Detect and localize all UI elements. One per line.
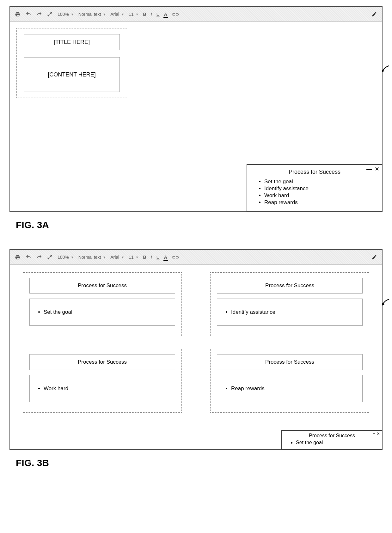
slide-content[interactable]: Work hard: [29, 375, 175, 402]
edit-pencil-icon[interactable]: [371, 11, 377, 17]
font-size-select[interactable]: 11▼: [129, 255, 138, 260]
text-color-button[interactable]: A: [164, 255, 167, 260]
print-icon[interactable]: [15, 254, 21, 260]
close-icon[interactable]: ✕: [375, 166, 379, 172]
redo-icon[interactable]: [36, 254, 42, 260]
chevron-down-icon: ▼: [103, 13, 106, 16]
editor-window-b: 100%▼ Normal text▼ Arial▼ 11▼ B I U A ⊂⊃…: [9, 249, 383, 450]
generated-slide-4[interactable]: Process for Success Reap rewards: [210, 349, 369, 413]
popup-list: Set the goal: [285, 440, 379, 445]
font-size-value: 11: [129, 12, 134, 17]
popup-list-item: Reap rewards: [264, 199, 377, 206]
maximize-icon[interactable]: +: [373, 432, 375, 436]
minimize-icon[interactable]: —: [366, 166, 372, 172]
font-select[interactable]: Arial ▼: [110, 12, 124, 17]
figure-3b: 100%▼ Normal text▼ Arial▼ 11▼ B I U A ⊂⊃…: [9, 249, 383, 450]
popup-list-item: Work hard: [264, 192, 377, 199]
underline-button[interactable]: U: [156, 255, 160, 260]
underline-button[interactable]: U: [156, 12, 160, 17]
source-content-popup[interactable]: — ✕ Process for Success Set the goal Ide…: [247, 164, 383, 212]
popup-list-item: Set the goal: [264, 179, 377, 185]
undo-icon[interactable]: [25, 11, 32, 17]
generated-slide-2[interactable]: Process for Success Identify assistance: [210, 272, 369, 336]
bold-button[interactable]: B: [143, 12, 146, 17]
editor-window-a: 100% ▼ Normal text ▼ Arial ▼ 11 ▼ B I U: [9, 6, 383, 212]
generated-slide-1[interactable]: Process for Success Set the goal: [23, 272, 182, 336]
paragraph-style-select[interactable]: Normal text▼: [78, 255, 106, 260]
close-icon[interactable]: ✕: [377, 432, 380, 436]
canvas-a: [TITLE HERE] [CONTENT HERE] — ✕ Process …: [10, 22, 382, 211]
undo-icon[interactable]: [25, 254, 32, 260]
paragraph-style-select[interactable]: Normal text ▼: [78, 12, 106, 17]
canvas-b: Process for Success Set the goal Process…: [10, 265, 382, 449]
slide-content[interactable]: Identify assistance: [217, 299, 363, 326]
italic-button[interactable]: I: [151, 255, 152, 260]
figure-label-3b: FIG. 3B: [16, 457, 383, 468]
insert-link-button[interactable]: ⊂⊃: [172, 12, 179, 17]
popup-list-item: Identify assistance: [264, 185, 377, 192]
generated-slide-3[interactable]: Process for Success Work hard: [23, 349, 182, 413]
popup-title: Process for Success: [252, 169, 377, 175]
content-placeholder[interactable]: [CONTENT HERE]: [24, 57, 120, 92]
popup-title: Process for Success: [285, 433, 379, 439]
slide-title[interactable]: Process for Success: [29, 354, 175, 370]
chevron-down-icon: ▼: [121, 13, 124, 16]
chevron-down-icon: ▼: [136, 13, 139, 16]
figure-3a: 100% ▼ Normal text ▼ Arial ▼ 11 ▼ B I U: [9, 6, 383, 212]
insert-link-button[interactable]: ⊂⊃: [172, 255, 179, 260]
slide-title[interactable]: Process for Success: [217, 278, 363, 294]
text-color-button[interactable]: A: [164, 12, 167, 17]
zoom-select[interactable]: 100%▼: [58, 255, 74, 260]
zoom-value: 100%: [58, 12, 69, 17]
popup-list-item: Set the goal: [296, 440, 379, 445]
italic-button[interactable]: I: [151, 12, 152, 17]
edit-pencil-icon[interactable]: [371, 254, 377, 260]
slide-grid: Process for Success Set the goal Process…: [23, 272, 369, 413]
toolbar: 100% ▼ Normal text ▼ Arial ▼ 11 ▼ B I U: [10, 7, 382, 22]
slide-content[interactable]: Set the goal: [29, 299, 175, 326]
font-value: Arial: [110, 12, 119, 17]
paragraph-style-value: Normal text: [78, 12, 101, 17]
chevron-down-icon: ▼: [71, 256, 74, 259]
print-icon[interactable]: [15, 11, 21, 17]
chevron-down-icon: ▼: [136, 256, 139, 259]
figure-label-3a: FIG. 3A: [16, 220, 383, 230]
reference-callout-320: 320: [382, 297, 392, 306]
slide-content[interactable]: Reap rewards: [217, 375, 363, 402]
slide-title[interactable]: Process for Success: [29, 278, 175, 294]
bold-button[interactable]: B: [143, 255, 146, 260]
chevron-down-icon: ▼: [103, 256, 106, 259]
paint-format-icon[interactable]: [47, 11, 53, 17]
paint-format-icon[interactable]: [47, 254, 53, 260]
font-select[interactable]: Arial▼: [110, 255, 124, 260]
zoom-select[interactable]: 100% ▼: [58, 12, 74, 17]
popup-list: Set the goal Identify assistance Work ha…: [252, 179, 377, 206]
chevron-down-icon: ▼: [121, 256, 124, 259]
slide-template[interactable]: [TITLE HERE] [CONTENT HERE]: [16, 28, 127, 98]
chevron-down-icon: ▼: [71, 13, 74, 16]
source-content-popup-minimized[interactable]: + ✕ Process for Success Set the goal: [281, 430, 383, 450]
redo-icon[interactable]: [36, 11, 42, 17]
toolbar: 100%▼ Normal text▼ Arial▼ 11▼ B I U A ⊂⊃: [10, 250, 382, 265]
reference-callout-310: 310: [382, 63, 392, 73]
font-size-select[interactable]: 11 ▼: [129, 12, 138, 17]
slide-title[interactable]: Process for Success: [217, 354, 363, 370]
title-placeholder[interactable]: [TITLE HERE]: [24, 34, 120, 50]
